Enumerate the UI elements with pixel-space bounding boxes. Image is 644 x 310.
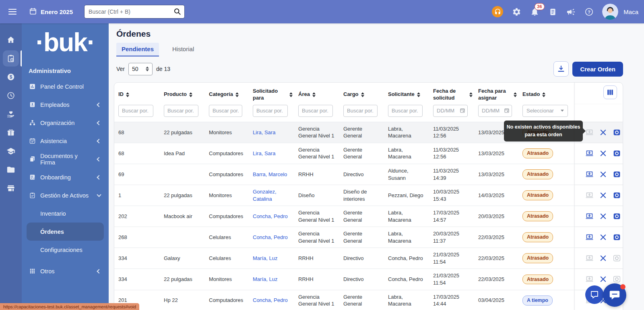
rail-gift-icon[interactable] <box>0 123 22 142</box>
assign-device-button[interactable] <box>585 128 594 137</box>
settings-icon[interactable] <box>512 7 521 17</box>
column-header-producto[interactable]: Producto <box>160 83 205 104</box>
sidebar-item-ordenes[interactable]: Órdenes <box>27 223 104 241</box>
cancel-order-button[interactable] <box>599 191 607 200</box>
announcements-icon[interactable] <box>566 7 576 17</box>
assign-device-button[interactable] <box>585 212 594 221</box>
filter-cargo-input[interactable] <box>343 105 378 117</box>
solicitado-para-link[interactable]: Lira, Sara <box>249 147 294 160</box>
column-header-estado[interactable]: Estado <box>518 83 574 104</box>
sidebar-item-otros[interactable]: Otros <box>22 262 109 280</box>
view-order-button[interactable] <box>613 212 621 221</box>
sort-icon <box>542 92 545 97</box>
download-button[interactable] <box>553 61 569 77</box>
help-icon[interactable]: ? <box>584 7 594 17</box>
column-header-categoria[interactable]: Categoría <box>205 83 249 104</box>
status-badge: Atrasado <box>522 275 553 285</box>
solicitado-para-link[interactable]: María, Luz <box>249 252 294 265</box>
cancel-order-button[interactable] <box>599 212 607 221</box>
cancel-order-button[interactable] <box>599 275 607 283</box>
cell-fecha-solicitud: 17/03/202514:44 <box>429 290 474 310</box>
user-name[interactable]: Maca <box>623 8 638 15</box>
filter-solicitado-input[interactable] <box>253 105 288 117</box>
columns-toggle-button[interactable] <box>603 85 617 99</box>
column-header-cargo[interactable]: Cargo <box>339 83 384 104</box>
cancel-order-button[interactable] <box>599 128 607 137</box>
sidebar-item-gestion-de-activos[interactable]: Gestión de Activos <box>22 186 109 204</box>
period-selector[interactable]: Enero 2025 <box>29 7 73 17</box>
rail-folder-icon[interactable] <box>0 160 22 179</box>
cancel-order-button[interactable] <box>599 233 607 241</box>
cancel-order-button[interactable] <box>599 149 607 158</box>
cell-fecha-asignar: 20/03/2025 <box>474 210 518 223</box>
calendar-icon[interactable] <box>460 108 465 115</box>
solicitado-para-link[interactable]: Concha, Pedro <box>249 293 294 307</box>
column-header-solicitante[interactable]: Solicitante <box>384 83 429 104</box>
view-order-button[interactable] <box>613 128 621 137</box>
search-icon[interactable] <box>173 7 182 17</box>
view-order-button[interactable] <box>613 149 621 158</box>
sidebar-item-configuraciones[interactable]: Configuraciones <box>22 241 109 259</box>
create-order-button[interactable]: Crear Orden <box>572 62 623 77</box>
sidebar-item-documentos-y-firma[interactable]: Documentos y Firma <box>22 150 109 168</box>
search-input[interactable] <box>84 5 185 19</box>
rail-graduation-cap-icon[interactable] <box>0 142 22 160</box>
calendar-icon[interactable] <box>504 108 510 115</box>
buk-logo: ·buk· <box>22 26 109 59</box>
filter-solicitante-input[interactable] <box>388 105 423 117</box>
solicitado-para-link[interactable]: Concha, Pedro <box>249 210 294 223</box>
solicitado-para-link[interactable]: Concha, Pedro <box>249 231 294 244</box>
view-order-button[interactable] <box>613 191 621 200</box>
column-header-fecha-solicitud[interactable]: Fecha de solicitud <box>429 83 474 104</box>
solicitado-para-link[interactable]: Barra, Marcelo <box>249 168 294 181</box>
column-header-solicitado-para[interactable]: Solicitado para <box>249 83 294 104</box>
sidebar-item-organizacion[interactable]: Organización <box>22 114 109 132</box>
sidebar-item-inventario[interactable]: Inventario <box>22 204 109 223</box>
filter-producto-input[interactable] <box>164 105 198 117</box>
filter-categoria-input[interactable] <box>209 105 242 117</box>
assign-device-button[interactable] <box>585 149 594 158</box>
solicitado-para-link[interactable]: Gonzalez, Catalina <box>249 185 294 206</box>
rail-storefront-icon[interactable] <box>0 179 22 198</box>
view-order-button[interactable] <box>613 170 621 179</box>
solicitado-para-link[interactable]: María, Luz <box>249 273 294 286</box>
sidebar-item-onboarding[interactable]: Onboarding <box>22 168 109 186</box>
assign-device-button[interactable] <box>585 233 594 241</box>
assign-device-button[interactable] <box>585 191 594 200</box>
tab-historial[interactable]: Historial <box>167 43 199 56</box>
assign-device-button[interactable] <box>585 254 594 262</box>
cell-fecha-asignar: 22/03/2025 <box>474 252 518 265</box>
column-header-area[interactable]: Área <box>294 83 339 104</box>
chat-bubble-button[interactable] <box>585 285 604 304</box>
view-order-button[interactable] <box>613 275 621 283</box>
rail-home-icon[interactable] <box>0 31 22 49</box>
filter-area-input[interactable] <box>298 105 333 117</box>
column-header-id[interactable]: ID <box>114 83 160 104</box>
tab-pendientes[interactable]: Pendientes <box>116 43 159 56</box>
sidebar-item-asistencia[interactable]: Asistencia <box>22 132 109 150</box>
rail-clock-icon[interactable] <box>0 86 22 105</box>
rail-hand-heart-icon[interactable] <box>0 105 22 123</box>
notes-icon[interactable] <box>548 7 557 17</box>
rail-clipboard-clock-icon[interactable] <box>0 49 22 68</box>
filter-estado-select[interactable]: Seleccionar <box>522 105 568 117</box>
assign-device-button[interactable] <box>585 275 594 283</box>
view-order-button[interactable] <box>613 233 621 241</box>
user-avatar[interactable] <box>602 4 618 20</box>
rail-dollar-circle-icon[interactable]: $ <box>0 68 22 86</box>
solicitado-para-link[interactable]: Lira, Sara <box>249 126 294 139</box>
cancel-order-button[interactable] <box>599 254 607 262</box>
sidebar-item-panel-de-control[interactable]: Panel de Control <box>22 77 109 96</box>
notifications-icon[interactable]: 36 <box>530 7 539 17</box>
sidebar-item-empleados[interactable]: Empleados <box>22 96 109 114</box>
chat-widget-button[interactable] <box>603 283 626 307</box>
menu-icon[interactable] <box>7 6 18 17</box>
assign-device-button[interactable] <box>585 170 594 179</box>
cancel-order-button[interactable] <box>599 170 607 179</box>
view-order-button[interactable] <box>613 254 621 262</box>
support-icon[interactable] <box>492 6 503 17</box>
column-header-fecha-asignar[interactable]: Fecha para asignar <box>474 83 518 104</box>
cell-categoria: Monitores <box>205 189 249 202</box>
filter-id-input[interactable] <box>118 105 153 117</box>
page-size-select[interactable]: 50 <box>128 63 153 75</box>
